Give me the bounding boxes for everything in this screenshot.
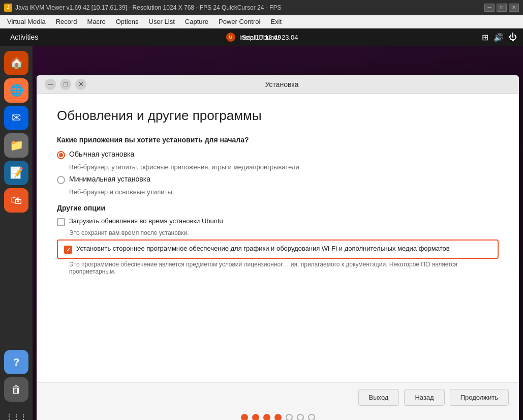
progress-dot-1[interactable] bbox=[241, 414, 248, 420]
sidebar-app-grid[interactable]: ⋮⋮⋮ bbox=[4, 405, 28, 420]
sidebar-help[interactable]: ? bbox=[4, 350, 28, 374]
radio-option-minimal[interactable]: Минимальная установка bbox=[57, 175, 499, 184]
menu-record[interactable]: Record bbox=[51, 16, 82, 27]
checkbox-third-party-desc: Это программное обеспечение является пре… bbox=[69, 261, 499, 275]
third-party-highlight-box: Установить стороннее программное обеспеч… bbox=[57, 239, 499, 259]
menu-user-list[interactable]: User List bbox=[144, 16, 180, 27]
ubuntu-desktop: ─ □ ✕ Установка Обновления и другие прог… bbox=[33, 46, 523, 420]
dialog-minimize-button[interactable]: ─ bbox=[45, 79, 56, 90]
sidebar-trash[interactable]: 🗑 bbox=[4, 377, 28, 402]
gnome-activities-button[interactable]: Activities bbox=[6, 31, 42, 43]
dialog-footer: Выход Назад Продолжить bbox=[37, 382, 519, 420]
gnome-top-bar: Activities U Install Ubuntu 23.04 Sep 15… bbox=[0, 28, 523, 46]
dialog-content: Обновления и другие программы Какие прил… bbox=[37, 94, 519, 382]
menu-macro[interactable]: Macro bbox=[82, 16, 111, 27]
dialog-controls-left: ─ □ ✕ bbox=[43, 79, 86, 90]
power-icon[interactable]: ⏻ bbox=[509, 33, 517, 42]
radio-normal-label: Обычная установка bbox=[69, 150, 134, 158]
gnome-datetime[interactable]: Sep 15 13:49 bbox=[242, 34, 281, 41]
gnome-system-tray: ⊞ 🔊 ⏻ bbox=[482, 33, 517, 42]
dialog-maximize-button[interactable]: □ bbox=[60, 79, 71, 90]
back-button[interactable]: Назад bbox=[404, 389, 444, 406]
menu-virtual-media[interactable]: Virtual Media bbox=[2, 16, 51, 27]
sidebar-firefox[interactable]: 🌐 bbox=[4, 78, 28, 103]
progress-dots bbox=[47, 414, 509, 420]
checkbox-option-third-party[interactable]: Установить стороннее программное обеспеч… bbox=[64, 245, 491, 254]
checkbox-download-updates[interactable] bbox=[57, 218, 65, 226]
title-bar-controls: ─ □ ✕ bbox=[484, 4, 519, 12]
other-options-heading: Другие опции bbox=[57, 204, 499, 212]
radio-normal-install[interactable] bbox=[57, 151, 65, 159]
dialog-question: Какие приложения вы хотите установить дл… bbox=[57, 136, 499, 144]
menu-exit[interactable]: Exit bbox=[265, 16, 287, 27]
install-dialog: ─ □ ✕ Установка Обновления и другие прог… bbox=[37, 75, 519, 420]
radio-option-normal[interactable]: Обычная установка bbox=[57, 150, 499, 159]
menu-capture[interactable]: Capture bbox=[180, 16, 213, 27]
progress-dot-2[interactable] bbox=[252, 414, 259, 420]
dialog-titlebar: ─ □ ✕ Установка bbox=[37, 75, 519, 94]
menu-options[interactable]: Options bbox=[111, 16, 144, 27]
checkbox-third-party[interactable] bbox=[64, 246, 72, 254]
app-icon: J bbox=[4, 4, 12, 12]
title-bar: J Java iKVM Viewer v1.69.42 [10.17.61.39… bbox=[0, 0, 523, 15]
radio-normal-desc: Веб-браузер, утилиты, офисные приложения… bbox=[69, 163, 499, 171]
progress-dot-6[interactable] bbox=[297, 414, 304, 420]
sidebar-thunderbird[interactable]: ✉ bbox=[4, 106, 28, 130]
maximize-button[interactable]: □ bbox=[497, 4, 507, 12]
quit-button[interactable]: Выход bbox=[358, 389, 399, 406]
sidebar-text-editor[interactable]: 📝 bbox=[4, 161, 28, 185]
radio-minimal-install[interactable] bbox=[57, 176, 65, 184]
menu-power-control[interactable]: Power Control bbox=[213, 16, 265, 27]
title-bar-text: Java iKVM Viewer v1.69.42 [10.17.61.39] … bbox=[15, 4, 281, 11]
sidebar-app-store[interactable]: 🛍 bbox=[4, 188, 28, 213]
ubuntu-icon: U bbox=[226, 33, 235, 42]
dialog-title: Установка bbox=[86, 80, 477, 88]
sound-icon[interactable]: 🔊 bbox=[494, 33, 504, 42]
network-icon[interactable]: ⊞ bbox=[482, 33, 488, 42]
kvm-area: Activities U Install Ubuntu 23.04 Sep 15… bbox=[0, 28, 523, 420]
radio-minimal-label: Минимальная установка bbox=[69, 175, 150, 183]
progress-dot-3[interactable] bbox=[263, 414, 270, 420]
close-window-button[interactable]: ✕ bbox=[509, 4, 519, 12]
menu-bar: Virtual Media Record Macro Options User … bbox=[0, 15, 523, 28]
minimize-button[interactable]: ─ bbox=[484, 4, 495, 12]
dialog-main-title: Обновления и другие программы bbox=[57, 108, 499, 124]
checkbox-updates-desc: Это сохранит вам время после установки. bbox=[69, 229, 499, 236]
checkbox-third-party-label: Установить стороннее программное обеспеч… bbox=[76, 245, 450, 252]
progress-dot-5[interactable] bbox=[286, 414, 293, 420]
checkbox-option-updates[interactable]: Загрузить обновления во время установки … bbox=[57, 217, 499, 226]
ubuntu-sidebar: 🏠 🌐 ✉ 📁 📝 🛍 ? 🗑 bbox=[0, 46, 33, 420]
progress-dot-7[interactable] bbox=[308, 414, 315, 420]
continue-button[interactable]: Продолжить bbox=[450, 389, 509, 406]
checkbox-updates-label: Загрузить обновления во время установки … bbox=[69, 217, 223, 225]
dialog-buttons: Выход Назад Продолжить bbox=[47, 389, 509, 406]
title-bar-left: J Java iKVM Viewer v1.69.42 [10.17.61.39… bbox=[4, 4, 281, 12]
sidebar-files[interactable]: 📁 bbox=[4, 133, 28, 158]
radio-minimal-desc: Веб-браузер и основные утилиты. bbox=[69, 188, 499, 196]
progress-dot-4[interactable] bbox=[274, 414, 282, 420]
sidebar-ubuntu-logo[interactable]: 🏠 bbox=[4, 51, 28, 75]
dialog-close-btn[interactable]: ✕ bbox=[75, 79, 86, 90]
